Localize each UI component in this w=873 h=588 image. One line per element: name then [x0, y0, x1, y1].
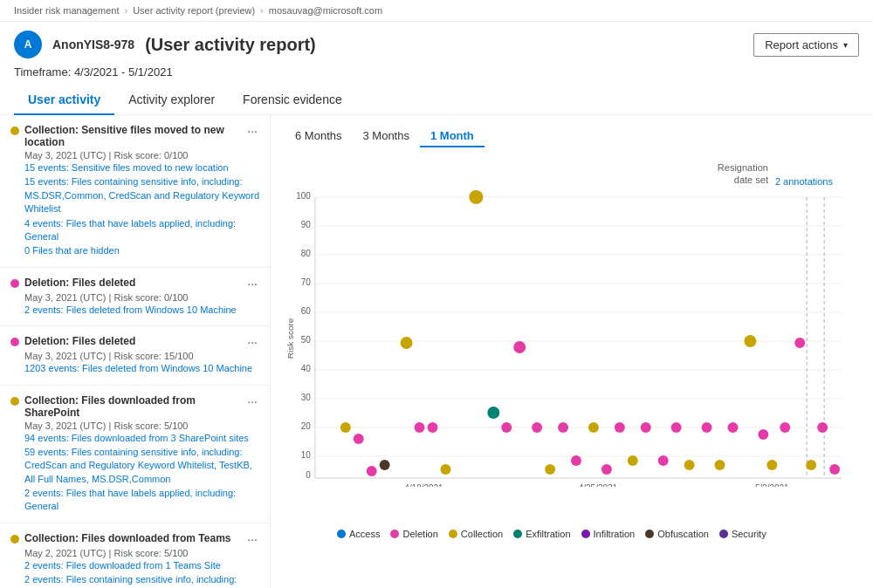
item-title: Deletion: Files deleted [24, 277, 245, 289]
item-detail: 94 events: Files downloaded from 3 Share… [24, 432, 259, 445]
svg-point-62 [817, 422, 828, 433]
svg-text:60: 60 [301, 306, 312, 316]
svg-point-56 [744, 335, 756, 347]
dot-icon [10, 397, 19, 406]
more-options-icon[interactable]: ··· [245, 335, 259, 349]
svg-point-33 [401, 337, 413, 349]
item-detail: 15 events: Sensitive files moved to new … [24, 161, 259, 174]
tab-activity-explorer[interactable]: Activity explorer [114, 85, 229, 115]
report-actions-button[interactable]: Report actions ▾ [753, 33, 859, 57]
svg-point-31 [367, 466, 377, 476]
item-title: Collection: Files downloaded from ShareP… [24, 394, 245, 419]
more-options-icon[interactable]: ··· [245, 532, 259, 546]
more-options-icon[interactable]: ··· [245, 124, 259, 138]
svg-text:100: 100 [296, 191, 311, 201]
legend-exfiltration: Exfiltration [513, 529, 570, 539]
list-item[interactable]: Collection: Files downloaded from Teams … [0, 523, 270, 588]
item-title: Deletion: Files deleted [24, 335, 245, 347]
item-detail: 0 Files that are hidden [24, 244, 259, 257]
svg-point-36 [440, 464, 450, 475]
chevron-down-icon: ▾ [843, 40, 848, 50]
page-header: A AnonYIS8-978 (User activity report) Re… [0, 22, 873, 64]
svg-text:30: 30 [301, 393, 312, 402]
svg-point-39 [501, 422, 512, 433]
avatar: A [14, 31, 42, 58]
item-title: Collection: Sensitive files moved to new… [24, 124, 245, 148]
time-filters: 6 Months 3 Months 1 Month [285, 126, 859, 147]
tab-user-activity[interactable]: User activity [14, 85, 114, 115]
svg-point-63 [829, 464, 840, 475]
annotation-label: Resignation date set [698, 161, 768, 187]
annotations-link[interactable]: 2 annotations [775, 176, 833, 187]
item-detail: 2 events: Files containing sensitive inf… [24, 573, 259, 588]
svg-point-48 [628, 455, 638, 466]
svg-text:10: 10 [301, 450, 312, 460]
legend-dot-obfuscation [645, 530, 654, 538]
svg-text:20: 20 [301, 421, 312, 431]
dot-icon [10, 279, 19, 288]
svg-point-32 [380, 460, 390, 470]
item-meta: May 3, 2021 (UTC) | Risk score: 0/100 [24, 150, 259, 161]
legend-collection: Collection [449, 529, 503, 539]
svg-point-41 [532, 422, 542, 433]
svg-text:4/18/2021: 4/18/2021 [404, 483, 443, 487]
list-item[interactable]: Deletion: Files deleted ··· May 3, 2021 … [0, 326, 270, 385]
svg-point-47 [615, 422, 625, 433]
more-options-icon[interactable]: ··· [245, 394, 259, 408]
svg-text:90: 90 [301, 220, 312, 229]
svg-point-49 [641, 422, 651, 433]
item-detail: 2 events: Files that have labels applied… [24, 487, 259, 514]
item-detail: 2 events: Files deleted from Windows 10 … [24, 304, 259, 317]
svg-point-35 [428, 422, 438, 433]
dot-icon [10, 535, 19, 544]
legend-dot-deletion [390, 530, 399, 538]
svg-text:0: 0 [306, 470, 311, 480]
item-meta: May 3, 2021 (UTC) | Risk score: 15/100 [24, 351, 259, 361]
svg-point-45 [588, 422, 599, 433]
svg-text:5/2/2021: 5/2/2021 [755, 483, 789, 487]
svg-point-44 [571, 455, 581, 466]
svg-point-58 [766, 460, 777, 470]
chart-legend: Access Deletion Collection Exfiltration … [285, 529, 859, 539]
breadcrumb-item-2[interactable]: User activity report (preview) [133, 5, 255, 16]
item-title: Collection: Files downloaded from Teams [24, 532, 245, 544]
item-detail: 15 events: Files containing sensitive in… [24, 175, 259, 215]
svg-text:80: 80 [301, 249, 312, 258]
tab-forensic-evidence[interactable]: Forensic evidence [229, 85, 356, 115]
legend-infiltration: Infiltration [581, 529, 636, 539]
item-meta: May 3, 2021 (UTC) | Risk score: 0/100 [24, 292, 259, 303]
legend-deletion: Deletion [390, 529, 437, 539]
filter-3months[interactable]: 3 Months [352, 126, 419, 147]
item-meta: May 3, 2021 (UTC) | Risk score: 5/100 [24, 420, 259, 431]
breadcrumb-item-1[interactable]: Insider risk management [14, 5, 119, 16]
user-name: AnonYIS8-978 [52, 38, 134, 51]
legend-dot-infiltration [581, 530, 590, 538]
list-item[interactable]: Collection: Files downloaded from ShareP… [0, 386, 270, 523]
filter-1month[interactable]: 1 Month [420, 126, 485, 147]
chart-panel: 6 Months 3 Months 1 Month Resignation da… [271, 115, 873, 588]
item-detail: 1203 events: Files deleted from Windows … [24, 362, 259, 375]
filter-6months[interactable]: 6 Months [285, 126, 352, 147]
tabs-bar: User activity Activity explorer Forensic… [0, 85, 873, 115]
svg-point-52 [684, 460, 695, 470]
legend-access: Access [337, 529, 380, 539]
legend-dot-collection [449, 530, 457, 538]
legend-obfuscation: Obfuscation [645, 529, 709, 539]
svg-text:40: 40 [301, 364, 312, 373]
svg-point-43 [558, 422, 568, 433]
svg-point-55 [727, 422, 738, 433]
svg-point-38 [487, 407, 499, 419]
legend-dot-exfiltration [513, 530, 522, 538]
more-options-icon[interactable]: ··· [245, 277, 259, 291]
breadcrumb: Insider risk management › User activity … [0, 0, 873, 22]
list-item[interactable]: Collection: Sensitive files moved to new… [0, 115, 270, 268]
list-item[interactable]: Deletion: Files deleted ··· May 3, 2021 … [0, 268, 270, 326]
item-detail: 2 events: Files downloaded from 1 Teams … [24, 559, 259, 572]
breadcrumb-item-3[interactable]: mosauvag@microsoft.com [269, 5, 382, 16]
legend-security: Security [719, 529, 766, 539]
svg-text:50: 50 [301, 335, 312, 345]
svg-point-54 [715, 460, 725, 470]
svg-text:Risk score: Risk score [285, 318, 295, 359]
dot-icon [10, 126, 19, 135]
legend-dot-security [719, 530, 728, 538]
